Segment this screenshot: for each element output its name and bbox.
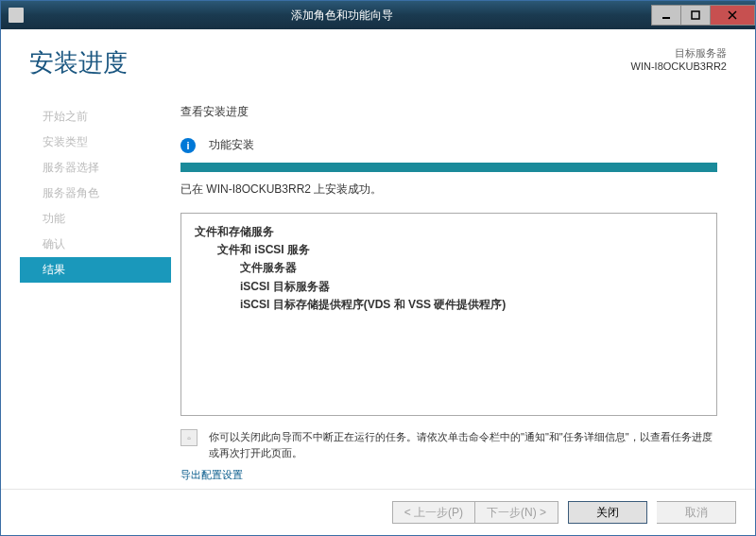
button-row: < 上一步(P) 下一步(N) > 关闭 取消 <box>1 489 755 535</box>
result-item: 文件和存储服务 <box>195 223 703 241</box>
header-row: 安装进度 目标服务器 WIN-I8OCKUB3RR2 <box>1 29 755 87</box>
result-item: 文件和 iSCSI 服务 <box>195 241 703 259</box>
page-title: 安装进度 <box>29 46 631 79</box>
result-item: iSCSI 目标存储提供程序(VDS 和 VSS 硬件提供程序) <box>195 296 703 314</box>
app-icon <box>9 8 24 23</box>
cancel-button: 取消 <box>657 501 736 524</box>
nav-button-group: < 上一步(P) 下一步(N) > <box>392 501 558 524</box>
target-server-info: 目标服务器 WIN-I8OCKUB3RR2 <box>631 46 727 72</box>
window-buttons <box>652 5 755 26</box>
hint-row: ▫ 你可以关闭此向导而不中断正在运行的任务。请依次单击命令栏中的"通知"和"任务… <box>180 429 717 460</box>
close-button[interactable]: 关闭 <box>568 501 647 524</box>
body: 开始之前 安装类型 服务器选择 服务器角色 功能 确认 结果 查看安装进度 i … <box>1 87 755 489</box>
sidebar-item-before-begin: 开始之前 <box>20 104 171 130</box>
install-status: 已在 WIN-I8OCKUB3RR2 上安装成功。 <box>180 182 717 198</box>
window-close-button[interactable] <box>710 5 755 26</box>
sidebar-item-server-select: 服务器选择 <box>20 155 171 181</box>
previous-button: < 上一步(P) <box>392 501 475 524</box>
main-panel: 查看安装进度 i 功能安装 已在 WIN-I8OCKUB3RR2 上安装成功。 … <box>171 96 736 489</box>
feature-install-label: 功能安装 <box>209 137 254 153</box>
target-server-label: 目标服务器 <box>631 46 727 61</box>
sidebar-item-results[interactable]: 结果 <box>20 257 171 283</box>
result-item: 文件服务器 <box>195 259 703 277</box>
results-box: 文件和存储服务 文件和 iSCSI 服务 文件服务器 iSCSI 目标服务器 i… <box>180 213 717 416</box>
sidebar-item-confirm: 确认 <box>20 232 171 257</box>
export-config-link[interactable]: 导出配置设置 <box>180 468 243 482</box>
feature-install-row: i 功能安装 <box>180 137 717 153</box>
minimize-button[interactable] <box>651 5 681 26</box>
maximize-button[interactable] <box>680 5 711 26</box>
svg-rect-1 <box>692 11 699 19</box>
progress-bar <box>180 163 717 172</box>
window-title: 添加角色和功能向导 <box>31 8 652 24</box>
flag-icon: ▫ <box>180 429 198 446</box>
result-item: iSCSI 目标服务器 <box>195 278 703 296</box>
sidebar-item-install-type: 安装类型 <box>20 130 171 155</box>
sidebar-item-features: 功能 <box>20 206 171 232</box>
info-icon: i <box>180 138 196 153</box>
wizard-sidebar: 开始之前 安装类型 服务器选择 服务器角色 功能 确认 结果 <box>20 96 171 489</box>
sidebar-item-server-roles: 服务器角色 <box>20 181 171 206</box>
target-server-value: WIN-I8OCKUB3RR2 <box>631 61 727 72</box>
next-button: 下一步(N) > <box>475 501 558 524</box>
titlebar: 添加角色和功能向导 <box>1 1 755 29</box>
wizard-window: 添加角色和功能向导 安装进度 目标服务器 WIN-I8OCKUB3RR2 开始之… <box>0 0 756 536</box>
section-label: 查看安装进度 <box>180 104 717 120</box>
content-area: 安装进度 目标服务器 WIN-I8OCKUB3RR2 开始之前 安装类型 服务器… <box>1 29 755 535</box>
hint-text: 你可以关闭此向导而不中断正在运行的任务。请依次单击命令栏中的"通知"和"任务详细… <box>209 429 717 460</box>
